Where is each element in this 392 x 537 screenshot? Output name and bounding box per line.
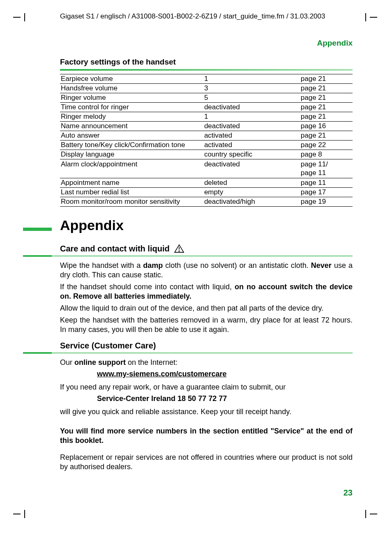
section-rule [23,255,353,257]
setting-page: page 21 [300,93,353,103]
section-rule [60,69,353,71]
crop-mark [362,510,370,518]
table-row: Ringer volume5page 21 [60,93,353,103]
table-row: Earpiece volume1page 21 [60,74,353,84]
setting-page: page 21 [300,131,353,141]
page-number: 23 [344,488,353,498]
crop-mark [21,510,29,518]
setting-name: Room monitor/room monitor sensitivity [60,197,203,206]
setting-name: Name announcement [60,122,203,131]
setting-page: page 16 [300,122,353,131]
warning-icon [174,244,184,253]
service-paragraph-3: will give you quick and reliable assista… [60,407,353,417]
table-row: Ringer melody1page 21 [60,112,353,122]
service-paragraph-1: Our online support on the Internet: [60,358,353,367]
setting-page: page 21 [300,84,353,93]
service-link-line: www.my-siemens.com/customercare [97,370,353,378]
setting-page: page 21 [300,74,353,84]
care-paragraph-2: If the handset should come into contact … [60,282,353,301]
setting-value: activated [203,131,300,141]
table-row: Handsfree volume3page 21 [60,84,353,93]
setting-value: 1 [203,74,300,84]
care-paragraph-3: Allow the liquid to drain out of the dev… [60,304,353,313]
setting-name: Time control for ringer [60,103,203,112]
table-row: Auto answeractivatedpage 21 [60,131,353,141]
setting-name: Display language [60,150,203,159]
table-row: Appointment namedeletedpage 11 [60,178,353,187]
subsection-service: Service (Customer Care) [60,341,353,354]
section-title-factory-settings: Factory settings of the handset [60,58,353,67]
setting-value: deactivated [203,103,300,112]
table-row: Last number redial listemptypage 17 [60,187,353,197]
setting-value: country specific [203,150,300,159]
setting-page: page 8 [300,150,353,159]
setting-value: activated [203,141,300,150]
setting-name: Handsfree volume [60,84,203,93]
setting-page: page 17 [300,187,353,197]
table-row: Time control for ringerdeactivatedpage 2… [60,103,353,112]
subsection-title-service: Service (Customer Care) [60,341,156,350]
document-path: Gigaset S1 / englisch / A31008-S001-B002… [60,12,353,21]
setting-name: Appointment name [60,178,203,187]
service-center-line: Service-Center Ireland 18 50 77 72 77 [97,394,353,403]
table-row: Battery tone/Key click/Confirmation tone… [60,141,353,150]
customer-care-link[interactable]: www.my-siemens.com/customercare [97,370,226,378]
setting-page: page 21 [300,103,353,112]
setting-value: deleted [203,178,300,187]
setting-page: page 22 [300,141,353,150]
service-paragraph-2: If you need any repair work, or have a g… [60,383,353,392]
setting-value: deactivated [203,159,300,178]
setting-value: deactivated/high [203,197,300,206]
care-paragraph-1: Wipe the handset with a damp cloth (use … [60,261,353,280]
section-rule [23,352,353,354]
crop-mark [21,13,29,21]
setting-name: Ringer volume [60,93,203,103]
heading-appendix: Appendix [60,217,353,233]
setting-name: Earpiece volume [60,74,203,84]
setting-value: deactivated [203,122,300,131]
setting-value: 1 [203,112,300,122]
setting-value: 3 [203,84,300,93]
table-row: Alarm clock/appointmentdeactivatedpage 1… [60,159,353,178]
service-paragraph-4: Replacement or repair services are not o… [60,453,353,472]
setting-page: page 11 [300,178,353,187]
subsection-title-care: Care and contact with liquid [60,244,170,254]
factory-settings-table: Earpiece volume1page 21Handsfree volume3… [60,74,353,207]
setting-page: page 21 [300,112,353,122]
table-row: Name announcementdeactivatedpage 16 [60,122,353,131]
setting-name: Auto answer [60,131,203,141]
svg-point-1 [179,251,179,251]
setting-name: Battery tone/Key click/Confirmation tone [60,141,203,150]
care-paragraph-4: Keep the handset with the batteries remo… [60,316,353,334]
setting-name: Alarm clock/appointment [60,159,203,178]
subsection-care: Care and contact with liquid [60,244,353,257]
table-row: Room monitor/room monitor sensitivitydea… [60,197,353,206]
setting-value: empty [203,187,300,197]
setting-name: Last number redial list [60,187,203,197]
table-row: Display languagecountry specificpage 8 [60,150,353,159]
setting-page: page 19 [300,197,353,206]
setting-name: Ringer melody [60,112,203,122]
setting-value: 5 [203,93,300,103]
crop-mark [362,13,370,21]
page-header-section: Appendix [60,39,353,48]
setting-page: page 11/ page 11 [300,159,353,178]
service-bold-note: You will find more service numbers in th… [60,426,353,445]
